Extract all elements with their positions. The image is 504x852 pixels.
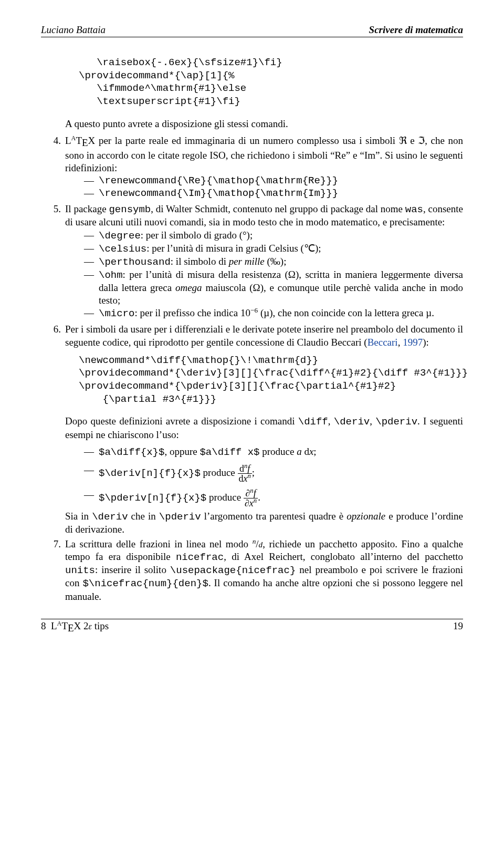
example-3: — $\pderiv[n]{f}{x}$ produce ∂nf ∂xn .: [84, 489, 463, 508]
subitem: — \ohm: per l’unità di misura della resi…: [84, 268, 463, 307]
page-footer: 8 LATEX 2ε tips 19: [41, 619, 463, 634]
item-num: 5.: [41, 203, 65, 320]
item-body: Il package gensymb, di Walter Schmidt, c…: [65, 203, 463, 320]
subitem: — \renewcommand{\Re}{\mathop{\mathrm{Re}…: [84, 174, 463, 187]
example-1: — $a\diff{x}$, oppure $a\diff x$ produce…: [84, 445, 463, 459]
item-num: 7.: [41, 538, 65, 603]
list-item-5: 5. Il package gensymb, di Walter Schmidt…: [41, 203, 463, 320]
list-item-4: 4. LATEX per la parte reale ed immaginar…: [41, 134, 463, 200]
page: Luciano Battaia Scrivere di matematica \…: [0, 0, 504, 658]
list-item-7: 7. La scrittura delle frazioni in linea …: [41, 538, 463, 603]
header-right: Scrivere di matematica: [369, 24, 463, 36]
header-left: Luciano Battaia: [41, 24, 106, 36]
example-2: — $\deriv[n]{f}{x}$ produce dnf dxn ;: [84, 464, 463, 483]
para-3: Sia in \deriv che in \pderiv l’argomento…: [65, 510, 463, 536]
subitem: — \micro: per il prefisso che indica 10−…: [84, 307, 463, 320]
content: \raisebox{-.6ex}{\sfsize#1}\fi} \provide…: [41, 56, 463, 603]
item-num: 4.: [41, 134, 65, 200]
citation-link[interactable]: Beccari: [368, 337, 398, 348]
fraction: ∂nf ∂xn: [244, 489, 258, 508]
item-body: LATEX per la parte reale ed immaginaria …: [65, 134, 463, 200]
footer-right: 19: [453, 620, 463, 634]
item-body: Per i simboli da usare per i differenzia…: [65, 323, 463, 348]
item-body: La scrittura delle frazioni in linea nel…: [65, 538, 463, 603]
citation-link[interactable]: 1997: [403, 337, 423, 348]
list-item-6: 6. Per i simboli da usare per i differen…: [41, 323, 463, 348]
subitem: — \degree: per il simbolo di grado (°);: [84, 229, 463, 242]
subitem: — \renewcommand{\Im}{\mathop{\mathrm{Im}…: [84, 187, 463, 200]
code-block-1: \raisebox{-.6ex}{\sfsize#1}\fi} \provide…: [79, 56, 463, 108]
para-2: Dopo queste definizioni avrete a disposi…: [65, 415, 463, 441]
footer-left: 8 LATEX 2ε tips: [41, 620, 109, 634]
item-num: 6.: [41, 323, 65, 348]
fraction: dnf dxn: [238, 464, 252, 483]
subitem: — \celsius: per l’unità di misura in gra…: [84, 242, 463, 255]
subitem: — \perthousand: il simbolo di per mille …: [84, 255, 463, 268]
page-header: Luciano Battaia Scrivere di matematica: [41, 24, 463, 37]
para-1: A questo punto avrete a disposizione gli…: [65, 118, 463, 130]
code-block-2: \newcommand*\diff{\mathop{}\!\mathrm{d}}…: [79, 354, 463, 406]
